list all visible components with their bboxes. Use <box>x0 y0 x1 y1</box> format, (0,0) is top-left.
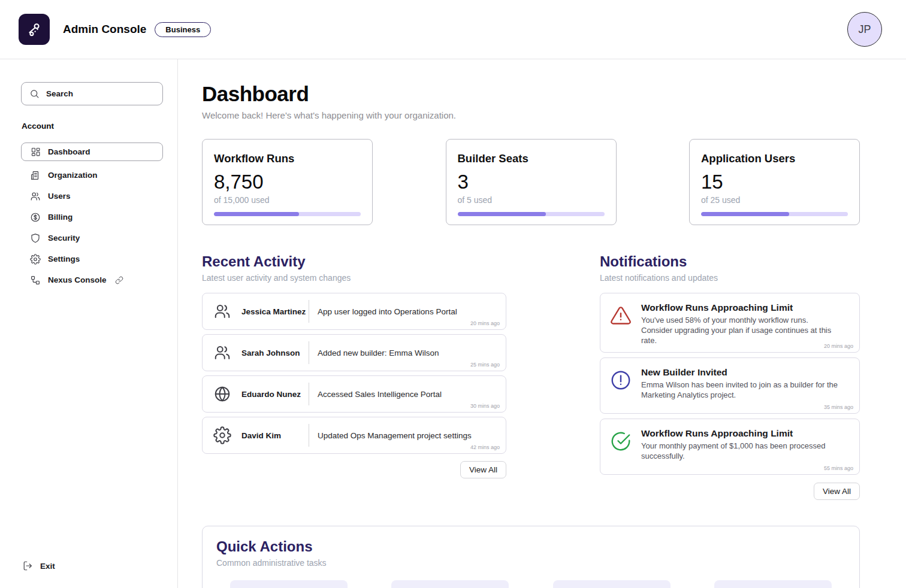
stat-title: Builder Seats <box>458 152 605 165</box>
app-title: Admin Console <box>63 23 146 36</box>
main-content: Dashboard Welcome back! Here's what's ha… <box>178 59 906 588</box>
section-title: Quick Actions <box>216 538 845 555</box>
notification-description: Your monthly payment of $1,000 has been … <box>641 441 840 462</box>
stat-value: 15 <box>701 171 848 193</box>
invite-user-button[interactable]: Invite User <box>230 580 348 588</box>
quick-actions-section: Quick Actions Common administrative task… <box>202 526 860 588</box>
search-icon <box>29 89 40 99</box>
page-subtitle: Welcome back! Here's what's happening wi… <box>202 110 860 120</box>
globe-icon <box>213 385 231 403</box>
notification-row[interactable]: New Builder Invited Emma Wilson has been… <box>600 357 860 414</box>
users-icon <box>30 191 41 202</box>
notification-row[interactable]: Workflow Runs Approaching Limit You've u… <box>600 293 860 353</box>
activity-user: Sarah Johnson <box>241 348 309 357</box>
sidebar-item-organization[interactable]: Organization <box>0 165 177 186</box>
notification-timestamp: 20 mins ago <box>824 343 853 349</box>
sidebar: Search Account Dashboard Organizat <box>0 59 178 588</box>
notification-description: Emma Wilson has been invited to join as … <box>641 380 840 401</box>
sidebar-item-billing[interactable]: Billing <box>0 207 177 228</box>
sidebar-item-users[interactable]: Users <box>0 186 177 207</box>
section-subtitle: Common administrative tasks <box>216 558 845 568</box>
stat-card-builder-seats: Builder Seats 3 of 5 used <box>446 139 617 225</box>
activity-action: Updated Ops Management project settings <box>318 431 472 440</box>
nodes-icon <box>30 275 41 286</box>
quick-actions-grid: Invite User Org Settings Update Bil <box>216 580 845 588</box>
search-label: Search <box>46 89 73 98</box>
activity-timestamp: 20 mins ago <box>470 320 500 326</box>
divider <box>309 341 309 364</box>
divider <box>309 424 309 447</box>
progress-fill <box>458 212 546 216</box>
section-title: Notifications <box>600 253 860 270</box>
shield-icon <box>30 233 41 244</box>
activity-action: App user logged into Operations Portal <box>318 307 457 316</box>
divider <box>309 300 309 323</box>
sidebar-item-label: Users <box>48 192 71 201</box>
activity-user: Eduardo Nunez <box>241 390 309 399</box>
sidebar-item-label: Security <box>48 234 80 243</box>
update-billing-button[interactable]: Update Billing <box>553 580 671 588</box>
recent-activity-section: Recent Activity Latest user activity and… <box>202 253 506 500</box>
notification-description: You've used 58% of your monthly workflow… <box>641 316 840 346</box>
dashboard-grid-icon <box>31 147 41 157</box>
activity-view-all-button[interactable]: View All <box>460 461 506 478</box>
sidebar-item-label: Organization <box>48 171 98 180</box>
sidebar-item-label: Billing <box>48 213 73 222</box>
activity-user: David Kim <box>241 431 309 440</box>
progress-fill <box>701 212 789 216</box>
activity-timestamp: 30 mins ago <box>470 403 500 409</box>
section-subtitle: Latest user activity and system changes <box>202 273 506 283</box>
progress-bar <box>701 212 848 216</box>
search-input[interactable]: Search <box>21 82 163 105</box>
sidebar-item-security[interactable]: Security <box>0 228 177 248</box>
activity-row[interactable]: Sarah Johnson Added new builder: Emma Wi… <box>202 334 506 371</box>
logout-icon <box>23 560 34 571</box>
external-link-icon <box>115 276 123 284</box>
notifications-section: Notifications Latest notifications and u… <box>600 253 860 500</box>
gear-icon <box>30 254 41 265</box>
info-circle-icon <box>610 369 632 407</box>
workflow-logo-icon <box>26 21 43 38</box>
user-avatar[interactable]: JP <box>847 12 882 47</box>
notification-title: Workflow Runs Approaching Limit <box>641 302 840 313</box>
stat-title: Workflow Runs <box>214 152 361 165</box>
dollar-icon <box>30 212 41 223</box>
notification-title: New Builder Invited <box>641 367 840 378</box>
sidebar-item-label: Nexus Console <box>48 275 107 284</box>
sidebar-item-settings[interactable]: Settings <box>0 248 177 269</box>
progress-bar <box>214 212 361 216</box>
page-title: Dashboard <box>202 82 860 106</box>
stat-caption: of 5 used <box>458 195 605 205</box>
section-title: Recent Activity <box>202 253 506 270</box>
check-circle-icon <box>610 431 632 468</box>
activity-timestamp: 42 mins ago <box>470 444 500 450</box>
users-icon <box>213 302 231 320</box>
notifications-view-all-button[interactable]: View All <box>814 483 860 500</box>
notification-timestamp: 35 mins ago <box>824 404 853 410</box>
sidebar-item-dashboard[interactable]: Dashboard <box>21 143 163 161</box>
security-settings-button[interactable]: Security Settings <box>714 580 832 588</box>
activity-user: Jessica Martinez <box>241 307 309 316</box>
activity-row[interactable]: Eduardo Nunez Accessed Sales Intelligenc… <box>202 375 506 413</box>
stat-caption: of 15,000 used <box>214 195 361 205</box>
users-icon <box>213 344 231 362</box>
org-settings-button[interactable]: Org Settings <box>391 580 509 588</box>
activity-row[interactable]: Jessica Martinez App user logged into Op… <box>202 293 506 330</box>
plan-badge: Business <box>155 22 211 37</box>
stats-row: Workflow Runs 8,750 of 15,000 used Build… <box>202 139 860 225</box>
notification-timestamp: 55 mins ago <box>824 465 853 471</box>
app-logo <box>19 14 50 45</box>
progress-bar <box>458 212 605 216</box>
sidebar-item-nexus-console[interactable]: Nexus Console <box>0 269 177 290</box>
stat-value: 3 <box>458 171 605 193</box>
stat-caption: of 25 used <box>701 195 848 205</box>
stat-card-application-users: Application Users 15 of 25 used <box>689 139 860 225</box>
sidebar-item-label: Dashboard <box>48 147 90 156</box>
activity-row[interactable]: David Kim Updated Ops Management project… <box>202 417 506 454</box>
building-icon <box>30 170 41 181</box>
exit-button[interactable]: Exit <box>23 560 55 571</box>
stat-card-workflow-runs: Workflow Runs 8,750 of 15,000 used <box>202 139 373 225</box>
sidebar-nav: Dashboard Organization Users <box>0 143 177 290</box>
gear-icon <box>213 426 231 444</box>
notification-row[interactable]: Workflow Runs Approaching Limit Your mon… <box>600 419 860 475</box>
